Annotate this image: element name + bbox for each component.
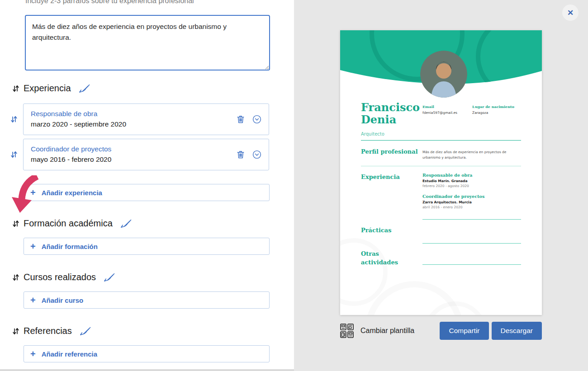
preview-footer: Cambiar plantilla Compartir Descargar xyxy=(340,322,542,340)
section-heading-cursos: Cursos realizados xyxy=(13,272,294,282)
experience-card-actions xyxy=(236,115,261,124)
plus-icon: + xyxy=(30,242,36,251)
editor-panel: Incluye 2-3 párrafos sobre tu experienci… xyxy=(0,0,294,371)
download-button[interactable]: Descargar xyxy=(492,322,542,340)
drag-handle-icon[interactable] xyxy=(11,150,17,159)
section-title: Cursos realizados xyxy=(24,272,96,282)
edit-pen-icon[interactable] xyxy=(103,272,115,282)
cv-perfil-text: Más de diez años de experiencia en proye… xyxy=(422,150,519,161)
profile-hint-label: Incluye 2-3 párrafos sobre tu experienci… xyxy=(25,0,194,5)
drag-handle-icon[interactable] xyxy=(11,115,17,123)
trash-icon[interactable] xyxy=(236,115,245,124)
cv-section-title-practicas: Prácticas xyxy=(361,226,415,235)
cv-contact-label: Email xyxy=(422,104,468,109)
cv-experience-entry: Coordinador de proyectos Zarra Arquitect… xyxy=(422,194,521,209)
plus-icon: + xyxy=(30,296,36,305)
cv-divider xyxy=(361,140,521,141)
edit-pen-icon[interactable] xyxy=(120,219,132,228)
drag-handle-icon[interactable] xyxy=(13,85,19,93)
share-button[interactable]: Compartir xyxy=(440,322,488,340)
section-title: Referencias xyxy=(24,326,72,336)
experience-card-text: Coordinador de proyectos mayo 2016 - feb… xyxy=(31,144,111,165)
chevron-down-icon[interactable] xyxy=(252,150,261,159)
add-curso-label: Añadir curso xyxy=(42,296,84,304)
drag-handle-icon[interactable] xyxy=(13,327,19,335)
cv-preview-card: Francisco Denia Arquitecto Email fdenia5… xyxy=(340,30,542,315)
template-grid-icon[interactable] xyxy=(340,324,354,338)
cv-divider xyxy=(422,243,521,244)
edit-pen-icon[interactable] xyxy=(78,84,90,93)
section-title: Experiencia xyxy=(24,83,71,94)
cv-entry-role: Coordinador de proyectos xyxy=(422,194,521,199)
preview-panel: ✕ xyxy=(294,0,588,371)
cv-section-title-perfil: Perfil profesional xyxy=(361,148,420,156)
section-title: Formación académica xyxy=(24,218,113,229)
experience-card[interactable]: Responsable de obra marzo 2020 - septiem… xyxy=(23,103,269,135)
add-formacion-button[interactable]: + Añadir formación xyxy=(24,238,270,255)
cv-divider xyxy=(422,264,521,265)
plus-icon: + xyxy=(30,349,36,358)
add-referencia-button[interactable]: + Añadir referencia xyxy=(24,345,270,362)
experience-card-text: Responsable de obra marzo 2020 - septiem… xyxy=(31,109,126,130)
section-heading-experiencia: Experiencia xyxy=(13,83,294,94)
change-template-label[interactable]: Cambiar plantilla xyxy=(360,327,414,335)
plus-icon: + xyxy=(30,188,36,197)
cv-entry-role: Responsable de obra xyxy=(422,173,521,178)
experience-card[interactable]: Coordinador de proyectos mayo 2016 - feb… xyxy=(23,139,269,170)
cv-name: Francisco Denia xyxy=(361,102,427,126)
cv-section-title-experiencia: Experiencia xyxy=(361,173,420,182)
experience-card-dates: mayo 2016 - febrero 2020 xyxy=(31,154,111,165)
footer-buttons: Compartir Descargar xyxy=(440,322,542,340)
edit-pen-icon[interactable] xyxy=(79,326,91,336)
experience-card-title: Coordinador de proyectos xyxy=(31,144,111,154)
cv-divider xyxy=(422,219,521,220)
add-formacion-label: Añadir formación xyxy=(42,243,98,250)
experience-card-title: Responsable de obra xyxy=(31,109,126,119)
cv-experience-entry: Responsable de obra Estudio Marín. Grana… xyxy=(422,173,521,188)
experience-row: Responsable de obra marzo 2020 - septiem… xyxy=(11,103,294,135)
section-heading-formacion: Formación académica xyxy=(13,218,294,229)
section-heading-referencias: Referencias xyxy=(13,326,294,336)
cv-entry-dates: febrero 2020 - agosto 2020 xyxy=(422,184,521,188)
experience-card-actions xyxy=(236,150,261,159)
experience-row: Coordinador de proyectos mayo 2016 - feb… xyxy=(11,139,294,170)
experience-card-dates: marzo 2020 - septiembre 2020 xyxy=(31,119,126,130)
window-bottom-edge xyxy=(0,369,294,371)
close-icon[interactable]: ✕ xyxy=(562,5,579,21)
cv-divider xyxy=(361,166,521,166)
cv-contact-value: fdenia597@gmail.es xyxy=(422,111,468,115)
trash-icon[interactable] xyxy=(236,150,245,159)
cv-entry-company: Estudio Marín. Granada xyxy=(422,179,521,183)
add-curso-button[interactable]: + Añadir curso xyxy=(24,291,270,309)
cv-contact-email: Email fdenia597@gmail.es xyxy=(422,104,468,115)
cv-entry-company: Zarra Arquitectos. Murcia xyxy=(422,200,521,204)
cv-contact-birthplace: Lugar de nacimiento Zaragoza xyxy=(472,104,522,115)
avatar xyxy=(420,51,467,98)
add-experience-button[interactable]: + Añadir experiencia xyxy=(24,184,270,201)
drag-handle-icon[interactable] xyxy=(13,220,19,228)
cv-job-title: Arquitecto xyxy=(361,131,384,136)
add-experience-label: Añadir experiencia xyxy=(42,189,102,197)
drag-handle-icon[interactable] xyxy=(13,273,19,282)
chevron-down-icon[interactable] xyxy=(252,115,261,124)
add-referencia-label: Añadir referencia xyxy=(42,350,97,358)
profile-textarea[interactable]: Más de diez años de experiencia en proye… xyxy=(25,15,270,70)
cv-contact-value: Zaragoza xyxy=(472,111,522,115)
cv-contact-label: Lugar de nacimiento xyxy=(472,104,522,109)
cv-entry-dates: abril 2016 - enero 2020 xyxy=(422,205,521,209)
